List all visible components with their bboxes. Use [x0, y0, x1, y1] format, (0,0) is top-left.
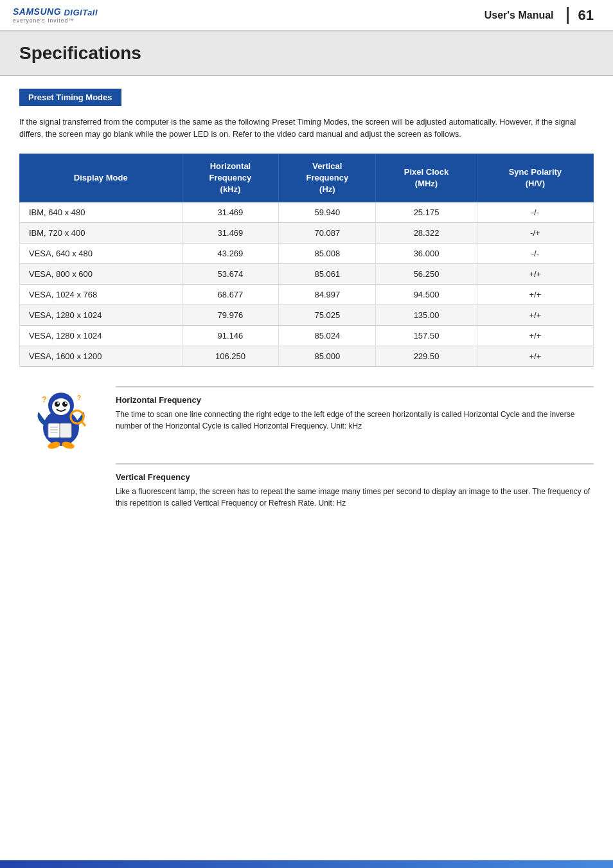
manual-title: User's Manual — [484, 10, 554, 21]
logo-tagline: everyone's Invited™ — [13, 17, 98, 24]
col-header-pixel-clock: Pixel Clock(MHz) — [376, 154, 477, 202]
footer-bar — [0, 860, 613, 868]
table-cell-4-2: 84.997 — [279, 285, 376, 305]
svg-rect-9 — [48, 423, 60, 438]
table-cell-3-4: +/+ — [477, 264, 593, 285]
svg-point-2 — [52, 398, 70, 415]
table-cell-5-0: VESA, 1280 x 1024 — [20, 305, 182, 326]
table-cell-0-0: IBM, 640 x 480 — [20, 202, 182, 223]
page-header: SAMSUNG DIGITall everyone's Invited™ Use… — [0, 0, 613, 31]
table-cell-6-3: 157.50 — [376, 326, 477, 346]
table-row: VESA, 800 x 60053.67485.06156.250+/+ — [20, 264, 594, 285]
svg-text:?: ? — [77, 394, 81, 402]
svg-point-6 — [65, 402, 67, 404]
table-header: Display Mode HorizontalFrequency(kHz) Ve… — [20, 154, 594, 202]
table-row: VESA, 1024 x 76868.67784.99794.500+/+ — [20, 285, 594, 305]
table-cell-2-4: -/- — [477, 244, 593, 264]
table-cell-2-0: VESA, 640 x 480 — [20, 244, 182, 264]
col-header-sync-polarity: Sync Polarity(H/V) — [477, 154, 593, 202]
table-cell-1-3: 28.322 — [376, 223, 477, 244]
table-cell-7-1: 106.250 — [182, 346, 279, 367]
col-header-vert-freq: VerticalFrequency(Hz) — [279, 154, 376, 202]
table-cell-5-3: 135.00 — [376, 305, 477, 326]
table-row: IBM, 640 x 48031.46959.94025.175-/- — [20, 202, 594, 223]
table-cell-3-2: 85.061 — [279, 264, 376, 285]
section-header: Preset Timing Modes — [19, 89, 121, 106]
table-row: VESA, 1280 x 102479.97675.025135.00+/+ — [20, 305, 594, 326]
specs-band: Specifications — [0, 31, 613, 76]
table-cell-2-3: 36.000 — [376, 244, 477, 264]
specs-title: Specifications — [19, 43, 141, 63]
table-row: VESA, 1280 x 102491.14685.024157.50+/+ — [20, 326, 594, 346]
table-cell-0-4: -/- — [477, 202, 593, 223]
table-cell-2-1: 43.269 — [182, 244, 279, 264]
svg-point-3 — [55, 402, 60, 407]
svg-point-5 — [57, 402, 59, 404]
samsung-brand: SAMSUNG DIGITall — [13, 6, 98, 17]
svg-line-16 — [82, 421, 85, 426]
description-text: If the signal transferred from the compu… — [19, 116, 594, 141]
info-section-horizontal: ? ? Horizontal Frequency The time to sca… — [19, 386, 594, 450]
table-cell-6-4: +/+ — [477, 326, 593, 346]
col-header-display-mode: Display Mode — [20, 154, 182, 202]
header-right: User's Manual 61 — [484, 7, 594, 24]
table-cell-4-4: +/+ — [477, 285, 593, 305]
table-row: VESA, 640 x 48043.26985.00836.000-/- — [20, 244, 594, 264]
timing-table: Display Mode HorizontalFrequency(kHz) Ve… — [19, 154, 594, 368]
table-header-row: Display Mode HorizontalFrequency(kHz) Ve… — [20, 154, 594, 202]
table-cell-1-4: -/+ — [477, 223, 593, 244]
table-cell-5-4: +/+ — [477, 305, 593, 326]
page-number: 61 — [567, 7, 594, 24]
table-cell-0-2: 59.940 — [279, 202, 376, 223]
horizontal-freq-info: Horizontal Frequency The time to scan on… — [116, 386, 594, 450]
table-cell-1-0: IBM, 720 x 400 — [20, 223, 182, 244]
horizontal-freq-title: Horizontal Frequency — [116, 395, 594, 405]
table-cell-6-0: VESA, 1280 x 1024 — [20, 326, 182, 346]
table-cell-7-3: 229.50 — [376, 346, 477, 367]
table-body: IBM, 640 x 48031.46959.94025.175-/-IBM, … — [20, 202, 594, 367]
logo: SAMSUNG DIGITall everyone's Invited™ — [13, 6, 98, 24]
table-cell-7-2: 85.000 — [279, 346, 376, 367]
table-cell-7-0: VESA, 1600 x 1200 — [20, 346, 182, 367]
table-cell-4-3: 94.500 — [376, 285, 477, 305]
svg-text:?: ? — [42, 395, 46, 404]
table-cell-3-3: 56.250 — [376, 264, 477, 285]
table-cell-6-2: 85.024 — [279, 326, 376, 346]
svg-point-4 — [62, 402, 67, 407]
mascot-svg: ? ? — [26, 386, 96, 450]
table-cell-0-1: 31.469 — [182, 202, 279, 223]
vertical-freq-section: Vertical Frequency Like a fluorescent la… — [116, 463, 594, 509]
table-cell-4-0: VESA, 1024 x 768 — [20, 285, 182, 305]
col-header-horiz-freq: HorizontalFrequency(kHz) — [182, 154, 279, 202]
table-cell-5-1: 79.976 — [182, 305, 279, 326]
table-cell-1-1: 31.469 — [182, 223, 279, 244]
table-cell-0-3: 25.175 — [376, 202, 477, 223]
table-cell-6-1: 91.146 — [182, 326, 279, 346]
mascot-icon: ? ? — [19, 386, 103, 450]
main-content: Preset Timing Modes If the signal transf… — [0, 76, 613, 522]
horizontal-freq-body: The time to scan one line connecting the… — [116, 409, 594, 432]
table-cell-7-4: +/+ — [477, 346, 593, 367]
table-cell-5-2: 75.025 — [279, 305, 376, 326]
table-cell-4-1: 68.677 — [182, 285, 279, 305]
table-cell-2-2: 85.008 — [279, 244, 376, 264]
table-cell-1-2: 70.087 — [279, 223, 376, 244]
vertical-freq-body: Like a fluorescent lamp, the screen has … — [116, 486, 594, 509]
table-cell-3-1: 53.674 — [182, 264, 279, 285]
vertical-freq-title: Vertical Frequency — [116, 472, 594, 482]
table-row: VESA, 1600 x 1200106.25085.000229.50+/+ — [20, 346, 594, 367]
svg-rect-10 — [60, 423, 71, 438]
table-cell-3-0: VESA, 800 x 600 — [20, 264, 182, 285]
table-row: IBM, 720 x 40031.46970.08728.322-/+ — [20, 223, 594, 244]
